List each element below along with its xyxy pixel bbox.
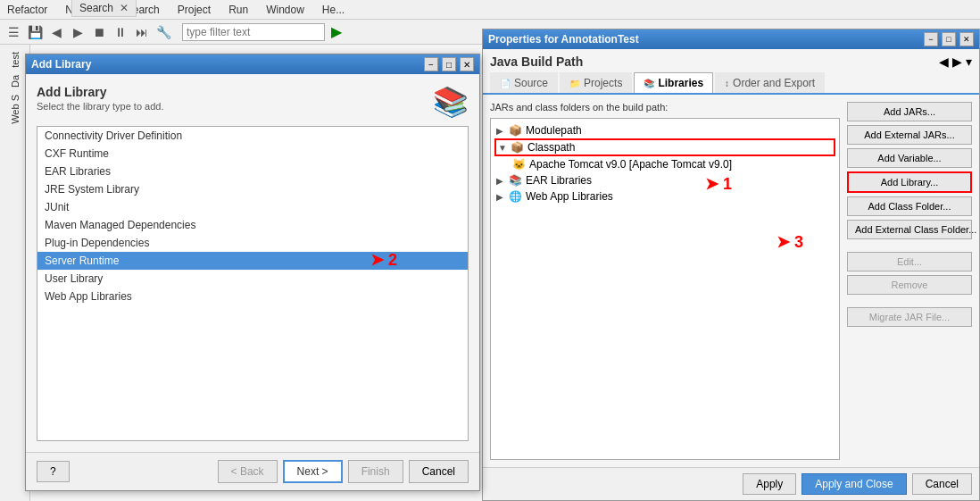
properties-cancel-button[interactable]: Cancel <box>912 473 972 495</box>
add-variable-button[interactable]: Add Variable... <box>847 148 972 168</box>
toolbar-btn-4[interactable]: ▶ <box>68 22 87 42</box>
library-item-user[interactable]: User Library <box>37 270 468 288</box>
toolbar-btn-8[interactable]: 🔧 <box>154 22 173 42</box>
tree-item-ear[interactable]: ▶ 📚 EAR Libraries <box>494 172 835 188</box>
sidebar-label-da: Da <box>10 71 21 91</box>
toolbar-btn-1[interactable]: ☰ <box>4 22 23 42</box>
tab-order-export[interactable]: ↕ Order and Export <box>715 72 825 93</box>
tab-projects[interactable]: 📁 Projects <box>560 72 632 93</box>
jbp-tabs: 📄 Source 📁 Projects 📚 Libraries ↕ Order … <box>483 72 979 95</box>
library-item-ear[interactable]: EAR Libraries <box>37 163 468 180</box>
edit-button[interactable]: Edit... <box>847 252 972 271</box>
add-jars-button[interactable]: Add JARs... <box>847 102 972 121</box>
tree-item-tomcat[interactable]: 🐱 Apache Tomcat v9.0 [Apache Tomcat v9.0… <box>494 156 835 172</box>
filter-input[interactable] <box>182 23 325 41</box>
library-item-cxf[interactable]: CXF Runtime <box>37 145 468 163</box>
toolbar-btn-6[interactable]: ⏸ <box>111 22 130 42</box>
tree-item-classpath[interactable]: ▼ 📦 Classpath <box>494 138 835 156</box>
menu-help[interactable]: He... <box>319 2 348 18</box>
toolbar-btn-7[interactable]: ⏭ <box>132 22 152 42</box>
add-external-jars-button[interactable]: Add External JARs... <box>847 125 972 145</box>
dialog-titlebar: Add Library − □ ✕ <box>26 54 479 74</box>
jbp-title: Java Build Path <box>483 49 979 72</box>
cancel-button[interactable]: Cancel <box>409 460 469 483</box>
menu-project[interactable]: Project <box>174 2 214 18</box>
properties-title: Properties for AnnotationTest <box>488 33 639 46</box>
library-item-connectivity[interactable]: Connectivity Driver Definition <box>37 127 468 145</box>
library-item-webapp[interactable]: Web App Libraries <box>37 288 468 305</box>
btn-spacer-2 <box>847 298 972 304</box>
toolbar-btn-5[interactable]: ⏹ <box>89 22 109 42</box>
build-path-tree[interactable]: ▶ 📦 Modulepath ▼ 📦 Classpath 🐱 Apache To… <box>490 118 840 460</box>
dialog-minimize[interactable]: − <box>424 57 438 71</box>
projects-icon: 📁 <box>569 79 580 88</box>
properties-content: Java Build Path ◀ ▶ ▾ 📄 Source 📁 Project… <box>483 49 979 500</box>
tree-item-modulepath[interactable]: ▶ 📦 Modulepath <box>494 122 835 138</box>
order-export-icon: ↕ <box>725 79 729 88</box>
dialog-body: Add Library Select the library type to a… <box>26 74 479 452</box>
properties-minimize[interactable]: − <box>924 32 938 46</box>
tab-libraries[interactable]: 📚 Libraries <box>634 72 713 93</box>
add-class-folder-button[interactable]: Add Class Folder... <box>847 196 972 216</box>
dialog-maximize[interactable]: □ <box>442 57 456 71</box>
library-list[interactable]: Connectivity Driver Definition CXF Runti… <box>37 126 469 441</box>
expand-classpath[interactable]: ▼ <box>498 143 507 153</box>
add-library-dialog: Add Library − □ ✕ Add Library Select the… <box>25 54 480 491</box>
dialog-title: Add Library <box>31 58 91 71</box>
nav-forward[interactable]: ▶ <box>952 54 962 69</box>
properties-titlebar: Properties for AnnotationTest − □ ✕ <box>483 29 979 49</box>
libraries-icon: 📚 <box>644 79 654 88</box>
apply-button[interactable]: Apply <box>743 473 796 495</box>
menu-run[interactable]: Run <box>225 2 252 18</box>
dialog-bottom: ? < Back Next > Finish Cancel <box>26 452 479 490</box>
jbp-tree-section: JARs and class folders on the build path… <box>490 102 840 460</box>
library-item-plugin[interactable]: Plug-in Dependencies <box>37 234 468 252</box>
migrate-jar-button[interactable]: Migrate JAR File... <box>847 307 972 327</box>
menu-bar: Refactor Navigate Search Project Run Win… <box>0 0 980 20</box>
btn-spacer-1 <box>847 243 972 248</box>
library-item-maven[interactable]: Maven Managed Dependencies <box>37 216 468 234</box>
add-library-button[interactable]: Add Library... <box>847 171 972 193</box>
library-item-server[interactable]: Server Runtime <box>37 252 468 270</box>
properties-close[interactable]: ✕ <box>959 32 974 46</box>
tab-source[interactable]: 📄 Source <box>490 72 558 93</box>
dialog-header: Add Library Select the library type to a… <box>37 85 469 119</box>
run-button[interactable]: ▶ <box>327 22 346 42</box>
nav-dropdown[interactable]: ▾ <box>966 54 972 69</box>
properties-maximize[interactable]: □ <box>942 32 956 46</box>
back-button[interactable]: < Back <box>218 460 278 483</box>
menu-refactor[interactable]: Refactor <box>4 2 51 18</box>
add-external-class-folder-button[interactable]: Add External Class Folder... <box>847 220 972 239</box>
source-icon: 📄 <box>500 79 511 88</box>
dialog-header-title: Add Library <box>37 85 163 99</box>
properties-window: Properties for AnnotationTest − □ ✕ Java… <box>482 29 980 501</box>
sidebar-label-webs: Web S <box>10 91 21 128</box>
properties-bottom: Apply Apply and Close Cancel <box>483 467 979 500</box>
tree-item-webapp[interactable]: ▶ 🌐 Web App Libraries <box>494 188 835 205</box>
dialog-header-text: Add Library Select the library type to a… <box>37 85 163 112</box>
sidebar-label-test: test <box>10 48 21 71</box>
expand-webapp[interactable]: ▶ <box>496 192 505 202</box>
toolbar-btn-3[interactable]: ◀ <box>46 22 66 42</box>
dialog-close[interactable]: ✕ <box>460 57 474 71</box>
nav-back[interactable]: ◀ <box>939 54 949 69</box>
apply-close-button[interactable]: Apply and Close <box>801 473 906 495</box>
library-item-junit[interactable]: JUnit <box>37 198 468 216</box>
expand-modulepath[interactable]: ▶ <box>496 126 505 136</box>
expand-ear[interactable]: ▶ <box>496 176 505 186</box>
remove-button[interactable]: Remove <box>847 275 972 295</box>
dialog-bottom-right: < Back Next > Finish Cancel <box>218 460 469 483</box>
jbp-buttons: Add JARs... Add External JARs... Add Var… <box>847 102 972 460</box>
dialog-titlebar-controls: − □ ✕ <box>424 57 474 71</box>
search-tab[interactable]: Search ✕ <box>71 0 137 17</box>
jbp-description: JARs and class folders on the build path… <box>490 102 840 113</box>
library-icon: 📚 <box>433 85 469 119</box>
library-item-jre[interactable]: JRE System Library <box>37 180 468 198</box>
jbp-body: JARs and class folders on the build path… <box>483 95 979 467</box>
dialog-header-subtitle: Select the library type to add. <box>37 101 163 112</box>
next-button[interactable]: Next > <box>283 460 343 483</box>
finish-button[interactable]: Finish <box>348 460 403 483</box>
help-button[interactable]: ? <box>37 461 70 482</box>
menu-window[interactable]: Window <box>262 2 308 18</box>
toolbar-btn-2[interactable]: 💾 <box>25 22 45 42</box>
